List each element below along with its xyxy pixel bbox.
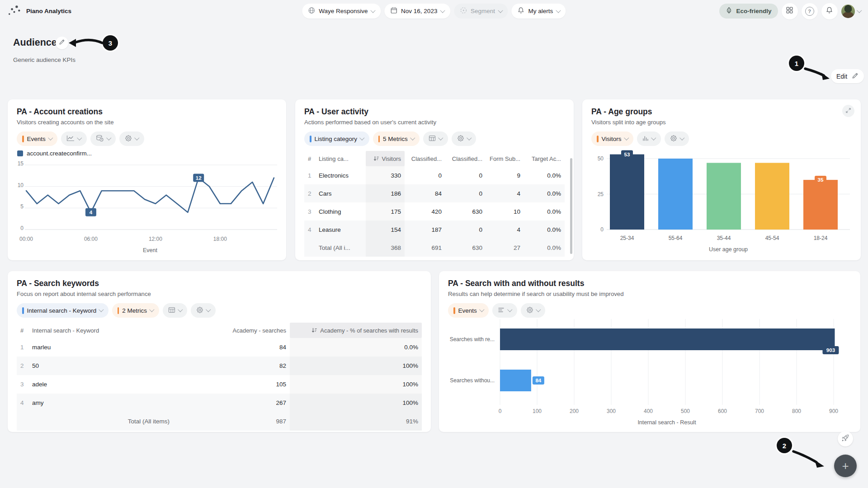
svg-text:35: 35 bbox=[818, 177, 824, 183]
gear-icon bbox=[196, 306, 203, 315]
chevron-down-icon bbox=[150, 307, 155, 312]
chevron-down-icon bbox=[77, 136, 82, 141]
dimension-selector[interactable]: Events bbox=[17, 131, 57, 146]
table-header-cell[interactable]: # bbox=[304, 151, 315, 166]
svg-text:200: 200 bbox=[570, 408, 579, 414]
table-header-cell[interactable]: Visitors bbox=[366, 151, 405, 166]
accent-bar-icon bbox=[597, 136, 599, 142]
table-cell: 4 bbox=[486, 221, 524, 239]
table-cell: 630 bbox=[445, 239, 486, 257]
segment-selector[interactable]: Segment bbox=[454, 4, 508, 19]
settings-selector[interactable] bbox=[521, 303, 546, 318]
table-header-cell[interactable]: Classified... bbox=[405, 151, 445, 166]
site-selector[interactable]: Waye Responsive bbox=[302, 4, 381, 19]
dimension-selector[interactable]: Events bbox=[448, 303, 489, 318]
chart-type-selector[interactable] bbox=[61, 131, 87, 146]
dimension-selector[interactable]: Listing category bbox=[304, 131, 369, 146]
legend-label: account.createconfirm... bbox=[27, 150, 92, 157]
metrics-selector[interactable]: 5 Metrics bbox=[373, 131, 420, 146]
table-header-cell[interactable]: Target Ac... bbox=[524, 151, 565, 166]
card-head: PA - Search keywords Focus on report abo… bbox=[8, 271, 431, 318]
user-activity-table: #Listing ca...VisitorsClassified...Class… bbox=[304, 151, 565, 257]
page-subtitle: Generic audience KPIs bbox=[13, 56, 75, 63]
table-header-cell[interactable]: Classified... bbox=[445, 151, 486, 166]
svg-text:0: 0 bbox=[20, 225, 24, 231]
table-row: 3Clothing175420630100.0% bbox=[304, 202, 565, 221]
plus-icon: + bbox=[842, 459, 849, 473]
dimension-selector[interactable]: Internal search - Keyword bbox=[17, 303, 108, 318]
card-age-groups: PA - Age groups Visitors split into age … bbox=[582, 99, 861, 260]
edit-dashboard-button[interactable]: Edit bbox=[831, 69, 864, 83]
metrics-selector[interactable]: 2 Metrics bbox=[112, 303, 159, 318]
table-header-cell[interactable]: Form Sub... bbox=[486, 151, 524, 166]
table-cell: Electronics bbox=[315, 166, 366, 184]
brand: Piano Analytics bbox=[8, 5, 71, 18]
table-cell: 3 bbox=[304, 202, 315, 221]
chevron-down-icon bbox=[679, 136, 684, 141]
table-cell bbox=[17, 412, 28, 431]
settings-selector[interactable] bbox=[119, 131, 144, 146]
card-subtitle: Visitors split into age groups bbox=[591, 119, 852, 126]
dimension-selector[interactable]: Visitors bbox=[591, 131, 633, 146]
date-selector[interactable]: Nov 16, 2023 bbox=[384, 4, 450, 19]
chevron-down-icon bbox=[624, 136, 629, 141]
table-header-cell[interactable]: Academy - % of searches with results bbox=[290, 323, 422, 338]
svg-text:700: 700 bbox=[755, 408, 764, 414]
table-cell: 3 bbox=[17, 375, 28, 394]
settings-selector[interactable] bbox=[452, 131, 476, 146]
chart-type-selector[interactable] bbox=[637, 131, 661, 146]
eco-friendly-badge[interactable]: Eco-friendly bbox=[719, 4, 778, 19]
chart-type-selector[interactable] bbox=[492, 303, 517, 318]
chart-type-selector[interactable] bbox=[423, 131, 448, 146]
expand-icon bbox=[845, 107, 851, 115]
apps-button[interactable] bbox=[782, 3, 798, 19]
topbar-selectors: Waye Responsive Nov 16, 2023 Segment My … bbox=[302, 4, 566, 19]
notifications-button[interactable] bbox=[821, 3, 838, 19]
svg-text:Event: Event bbox=[143, 247, 157, 253]
card-search-keywords: PA - Search keywords Focus on report abo… bbox=[8, 271, 431, 432]
boost-button[interactable] bbox=[838, 431, 853, 446]
svg-text:800: 800 bbox=[792, 408, 801, 414]
settings-selector[interactable] bbox=[665, 131, 689, 146]
legend-swatch-icon bbox=[17, 150, 23, 156]
expand-card-button[interactable] bbox=[842, 105, 854, 117]
annotation-arrow-3 bbox=[69, 36, 104, 50]
table-icon bbox=[429, 135, 436, 143]
globe-icon bbox=[308, 7, 315, 15]
edit-title-button[interactable] bbox=[56, 37, 68, 49]
table-cell: 0.0% bbox=[524, 202, 565, 221]
chevron-down-icon bbox=[440, 8, 445, 13]
card-toolbar: Events bbox=[448, 303, 851, 318]
settings-selector[interactable] bbox=[191, 303, 216, 318]
table-cell: 4 bbox=[486, 184, 524, 202]
user-menu[interactable] bbox=[841, 5, 861, 18]
leaf-icon bbox=[726, 7, 732, 15]
help-button[interactable]: ? bbox=[802, 3, 818, 19]
table-cell bbox=[304, 239, 315, 257]
table-icon bbox=[168, 307, 175, 314]
alerts-selector[interactable]: My alerts bbox=[511, 4, 566, 19]
card-title: PA - Age groups bbox=[591, 107, 852, 117]
table-cell: 630 bbox=[445, 202, 486, 221]
card-toolbar: Internal search - Keyword 2 Metrics bbox=[17, 303, 422, 318]
table-header-cell[interactable]: # bbox=[17, 323, 28, 338]
table-header-cell[interactable]: Listing ca... bbox=[315, 151, 366, 166]
chevron-down-icon bbox=[479, 307, 484, 312]
chevron-down-icon bbox=[498, 8, 503, 13]
table-cell: 1 bbox=[304, 166, 315, 184]
add-widget-button[interactable]: + bbox=[834, 455, 857, 477]
topbar: Piano Analytics Waye Responsive Nov 16, … bbox=[0, 0, 868, 22]
chart-type-selector[interactable] bbox=[163, 303, 188, 318]
topbar-actions: Eco-friendly ? bbox=[719, 3, 861, 19]
table-header-cell[interactable]: Academy - searches bbox=[173, 323, 290, 338]
table-header-cell[interactable]: Internal search - Keyword bbox=[28, 323, 173, 338]
data-source-selector[interactable] bbox=[90, 131, 116, 146]
table-cell: Total (All i... bbox=[315, 239, 366, 257]
svg-text:5: 5 bbox=[20, 203, 24, 210]
annotation-arrow-1 bbox=[803, 67, 832, 82]
svg-text:10: 10 bbox=[18, 182, 24, 188]
annotation-step-1: 1 bbox=[789, 56, 804, 71]
eco-friendly-label: Eco-friendly bbox=[736, 8, 771, 14]
chevron-down-icon bbox=[857, 8, 862, 13]
table-scrollbar[interactable] bbox=[570, 158, 572, 254]
